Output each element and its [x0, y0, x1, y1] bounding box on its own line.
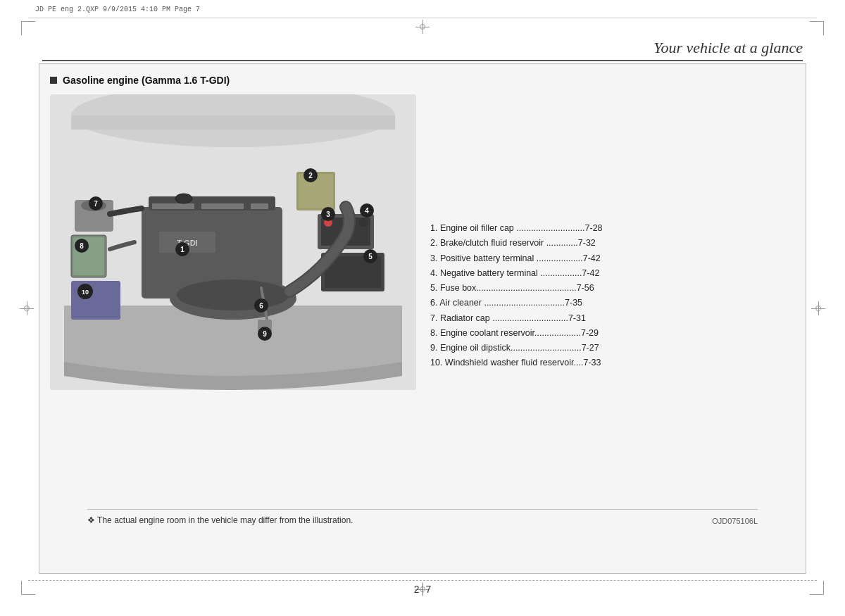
svg-text:8: 8 [80, 242, 84, 250]
main-content-box: Gasoline engine (Gamma 1.6 T-GDI) [39, 63, 806, 574]
page-title-area: Your vehicle at a glance [42, 39, 803, 61]
svg-text:6: 6 [259, 302, 263, 310]
footer-note-area: ❖ The actual engine room in the vehicle … [87, 509, 758, 525]
crosshair-left [20, 301, 34, 315]
footer-note-text: ❖ The actual engine room in the vehicle … [87, 515, 353, 525]
parts-list-item: 10. Windshield washer fluid reservoir...… [430, 356, 795, 370]
svg-point-26 [175, 194, 192, 203]
svg-rect-15 [71, 281, 120, 320]
svg-text:10: 10 [82, 289, 89, 296]
svg-point-25 [177, 279, 289, 310]
parts-list-item: 4. Negative battery terminal ...........… [430, 266, 795, 281]
svg-text:7: 7 [94, 200, 98, 208]
engine-image: T-GDI [50, 94, 416, 390]
parts-list: 1. Engine oil filler cap ...............… [430, 94, 795, 371]
parts-list-item: 5. Fuse box.............................… [430, 281, 795, 296]
svg-rect-2 [71, 115, 395, 130]
crosshair-top [415, 20, 430, 34]
svg-text:2: 2 [308, 172, 313, 180]
parts-list-item: 9. Engine oil dipstick..................… [430, 341, 795, 356]
title-underline [42, 60, 803, 61]
parts-list-item: 8. Engine coolant reservoir.............… [430, 326, 795, 341]
page-num-left: 2 [414, 584, 420, 595]
parts-list-item: 7. Radiator cap ........................… [430, 311, 795, 326]
section-header: Gasoline engine (Gamma 1.6 T-GDI) [50, 75, 795, 86]
footer-code: OJD075106L [712, 517, 758, 525]
page-divider [423, 584, 423, 595]
pagination: 2 7 [0, 584, 845, 595]
parts-list-item: 1. Engine oil filler cap ...............… [430, 221, 795, 236]
svg-text:4: 4 [365, 207, 369, 215]
svg-text:3: 3 [326, 210, 330, 218]
section-square-icon [50, 77, 57, 84]
corner-mark-tl [21, 21, 35, 35]
page-num-right: 7 [426, 584, 432, 595]
top-divider [28, 18, 817, 18]
crosshair-right [811, 301, 825, 315]
parts-list-item: 2. Brake/clutch fluid reservoir ........… [430, 236, 795, 251]
page-title: Your vehicle at a glance [653, 39, 803, 57]
svg-rect-10 [251, 203, 268, 209]
corner-mark-tr [810, 21, 824, 35]
content-layout: T-GDI [50, 94, 795, 390]
svg-text:5: 5 [368, 253, 373, 260]
bottom-divider [28, 580, 817, 581]
section-title: Gasoline engine (Gamma 1.6 T-GDI) [63, 75, 230, 86]
svg-rect-8 [152, 203, 194, 209]
parts-list-item: 6. Air cleaner .........................… [430, 296, 795, 310]
svg-rect-9 [201, 203, 244, 209]
svg-text:1: 1 [180, 246, 184, 253]
parts-list-item: 3. Positive battery terminal ...........… [430, 251, 795, 266]
svg-text:9: 9 [263, 330, 267, 338]
svg-point-21 [359, 218, 368, 227]
header-file-info: JD PE eng 2.QXP 9/9/2015 4:10 PM Page 7 [35, 6, 200, 13]
